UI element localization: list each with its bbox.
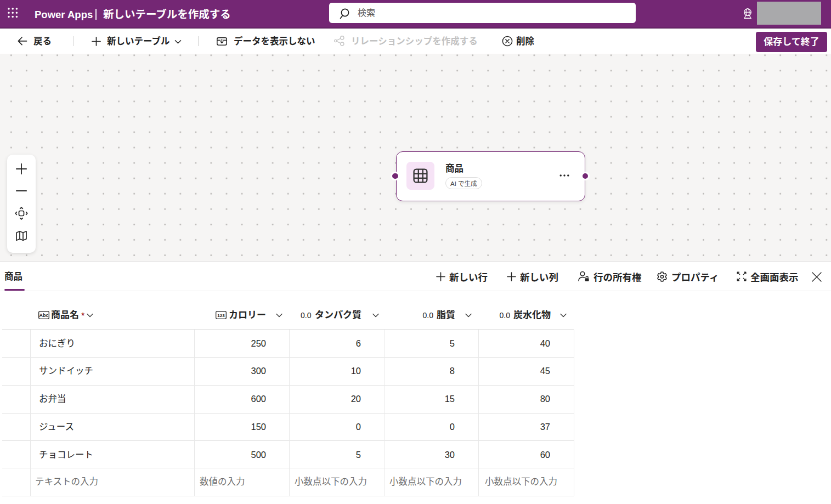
svg-text:123: 123 (217, 313, 225, 318)
svg-text:Abc: Abc (39, 313, 48, 318)
